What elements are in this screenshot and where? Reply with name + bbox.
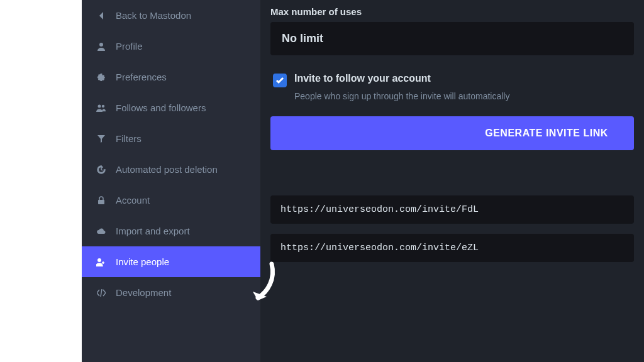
filter-icon [94,135,108,143]
svg-point-1 [98,104,101,107]
max-uses-label: Max number of uses [270,6,634,17]
history-icon [94,165,108,174]
sidebar-item-label: Profile [116,41,143,52]
user-icon [94,42,108,51]
sidebar-item-label: Preferences [116,72,167,82]
sidebar-item-profile[interactable]: Profile [82,31,260,62]
svg-point-2 [102,104,104,107]
sidebar-item-label: Import and export [116,226,190,236]
invite-url-2[interactable]: https://universeodon.com/invite/eZL [270,234,634,262]
invite-people-panel: Max number of uses No limit Invite to fo… [260,0,644,362]
sidebar-item-import-export[interactable]: Import and export [82,216,260,246]
sidebar-item-preferences[interactable]: Preferences [82,62,260,92]
sidebar-item-label: Follows and followers [116,102,206,113]
check-icon [275,77,284,84]
sidebar-item-label: Automated post deletion [116,164,218,175]
sidebar-item-follows[interactable]: Follows and followers [82,92,260,123]
sidebar-item-label: Account [116,195,150,206]
invite-follow-checkbox[interactable] [273,74,287,87]
chevron-left-icon [94,11,108,20]
sidebar-item-label: Filters [116,133,142,144]
users-icon [94,104,108,112]
svg-rect-3 [98,200,104,204]
gear-icon [94,73,108,82]
sidebar-item-label: Development [116,287,171,298]
sidebar-item-development[interactable]: Development [82,277,260,308]
sidebar-item-label: Back to Mastodon [116,10,191,21]
sidebar-item-invite[interactable]: Invite people [82,246,260,277]
code-icon [94,289,108,297]
invite-follow-help: People who sign up through the invite wi… [294,91,634,101]
sidebar-item-account[interactable]: Account [82,185,260,216]
sidebar-item-label: Invite people [116,256,169,267]
sidebar-item-back[interactable]: Back to Mastodon [82,0,260,31]
svg-point-4 [97,258,101,262]
user-plus-icon [94,258,108,266]
generate-invite-button[interactable]: GENERATE INVITE LINK [270,116,634,150]
cloud-icon [94,228,108,235]
settings-sidebar: Back to Mastodon Profile Preferences Fol… [82,0,260,362]
sidebar-item-auto-delete[interactable]: Automated post deletion [82,154,260,185]
lock-icon [94,196,108,205]
invite-follow-label: Invite to follow your account [294,73,431,84]
invite-url-1[interactable]: https://universeodon.com/invite/FdL [270,195,634,224]
sidebar-item-filters[interactable]: Filters [82,123,260,154]
max-uses-select[interactable]: No limit [270,22,634,55]
svg-point-0 [99,43,103,47]
